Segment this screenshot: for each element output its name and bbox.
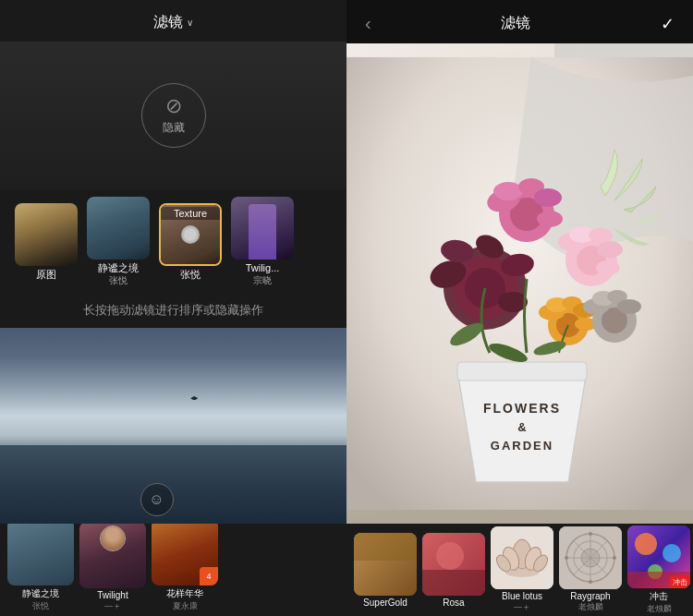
- chevron-down-icon[interactable]: ∨: [187, 18, 193, 28]
- svg-point-25: [597, 241, 623, 258]
- filter-author-twilight: 宗晓: [253, 274, 272, 287]
- bottom-thumb-hualian-label: 花样年华: [166, 587, 203, 600]
- svg-text:GARDEN: GARDEN: [491, 439, 553, 453]
- bottom-thumb-hualian[interactable]: 4 花样年华 夏永康: [152, 524, 218, 612]
- bottom-thumb-hualian-sub: 夏永康: [173, 600, 198, 612]
- rt-label-raygraph: Raygraph: [570, 591, 610, 601]
- confirm-check-icon[interactable]: ✓: [661, 14, 675, 34]
- filter-row: 原图 静谧之境 张悦 Texture 张悦: [0, 189, 346, 295]
- right-panel: ‹ 滤镜 ✓: [346, 0, 693, 616]
- corner-badge: 4: [200, 567, 218, 586]
- rt-label-bluelotus: Blue lotus: [502, 591, 542, 601]
- filter-name-jingmi: 静谧之境: [98, 262, 139, 274]
- texture-dot: [181, 225, 200, 244]
- filter-thumb-texture: Texture: [159, 203, 222, 266]
- original-bg: [15, 203, 78, 266]
- left-panel: 滤镜 ∨ ⊘ 隐藏 原图 静谧之境 张悦: [0, 0, 346, 616]
- rt-sub-bluelotus: —＋: [514, 601, 530, 613]
- svg-point-39: [617, 299, 641, 314]
- rt-item-purple[interactable]: 冲击 冲击 老烛麟: [627, 525, 690, 615]
- rt-item-rosa[interactable]: Rosa: [422, 533, 485, 608]
- rt-thumb-bluelotus: [491, 526, 553, 589]
- bottom-thumb-jingmi-img: [7, 524, 74, 586]
- filter-item-twilight[interactable]: Twilig... 宗晓: [231, 197, 294, 287]
- bottom-thumbs-right: SuperGold Rosa: [346, 524, 693, 616]
- svg-point-63: [589, 532, 592, 536]
- red-badge: 冲击: [670, 576, 690, 588]
- filter-thumb-original: [15, 203, 78, 266]
- preview-image: [0, 328, 346, 524]
- rt-thumb-purple: 冲击: [627, 525, 690, 588]
- filter-thumb-twilight: [231, 197, 294, 260]
- svg-point-69: [663, 544, 681, 562]
- bottom-thumb-hualian-img: 4: [152, 524, 218, 586]
- svg-point-66: [565, 556, 568, 560]
- right-panel-title: 滤镜: [501, 14, 530, 33]
- left-panel-title: 滤镜: [153, 13, 183, 32]
- left-header: 滤镜 ∨: [0, 0, 346, 42]
- svg-point-65: [589, 580, 592, 584]
- rt-item-bluelotus[interactable]: Blue lotus —＋: [491, 526, 553, 613]
- svg-point-64: [613, 556, 616, 560]
- svg-text:FLOWERS: FLOWERS: [483, 401, 561, 416]
- rt-sub-purple: 老烛麟: [647, 603, 672, 615]
- svg-rect-47: [422, 570, 485, 596]
- corner-badge-text: 4: [206, 572, 211, 581]
- rt-label-supergold: SuperGold: [363, 598, 407, 608]
- svg-point-46: [436, 542, 464, 570]
- flower-image: FLOWERS & GARDEN: [346, 43, 693, 524]
- svg-point-68: [635, 533, 657, 555]
- filter-item-texture[interactable]: Texture 张悦: [159, 203, 222, 281]
- svg-point-26: [596, 260, 620, 275]
- twilight-bg: [231, 197, 294, 260]
- filter-thumb-jingmi: [87, 197, 150, 260]
- back-chevron-icon[interactable]: ‹: [365, 13, 371, 34]
- svg-point-54: [505, 568, 539, 577]
- hide-circle[interactable]: ⊘ 隐藏: [141, 83, 206, 148]
- avatar-face: [101, 526, 125, 550]
- rt-item-supergold[interactable]: SuperGold: [354, 533, 417, 608]
- svg-text:&: &: [517, 420, 526, 434]
- bottom-thumb-twilight-label: Twilight: [97, 590, 128, 600]
- svg-point-18: [534, 188, 562, 207]
- texture-selected-label: Texture: [161, 207, 220, 220]
- flower-bg: FLOWERS & GARDEN: [346, 43, 693, 524]
- bottom-thumb-jingmi-sub: 张悦: [32, 600, 49, 612]
- rt-thumb-raygraph: [559, 526, 622, 589]
- flower-svg-container: FLOWERS & GARDEN: [346, 43, 693, 524]
- flower-svg: FLOWERS & GARDEN: [346, 43, 693, 524]
- rt-sub-raygraph: 老烛麟: [578, 601, 603, 613]
- eye-slash-icon: ⊘: [165, 96, 182, 116]
- preview-area: [0, 328, 346, 524]
- sea-overlay: [0, 445, 346, 524]
- rt-label-purple: 冲击: [650, 590, 668, 603]
- filter-name-texture: 张悦: [180, 269, 201, 281]
- svg-point-16: [493, 182, 523, 200]
- right-header: ‹ 滤镜 ✓: [346, 0, 693, 43]
- filter-item-original[interactable]: 原图: [15, 203, 78, 281]
- rt-item-raygraph[interactable]: Raygraph 老烛麟: [559, 526, 622, 613]
- filter-item-jingmi[interactable]: 静谧之境 张悦: [87, 197, 150, 287]
- bottom-thumbs-left: 静谧之境 张悦 Twilight —＋ 4 花样年华 夏永康: [0, 524, 346, 616]
- hidden-area: ⊘ 隐藏: [0, 42, 346, 189]
- filter-name-twilight: Twilig...: [246, 262, 280, 274]
- bottom-thumb-twilight-plus: —＋: [104, 600, 121, 612]
- rt-thumb-rosa: [422, 533, 485, 596]
- hint-text: 长按拖动滤镜进行排序或隐藏操作: [0, 295, 346, 328]
- twilight-figure: [249, 204, 276, 260]
- bottom-thumb-twilight-img: [79, 524, 146, 588]
- bird-icon: [190, 396, 198, 400]
- rt-label-rosa: Rosa: [443, 598, 464, 608]
- bottom-thumb-jingmi-label: 静谧之境: [22, 587, 59, 600]
- filter-name-original: 原图: [36, 269, 56, 281]
- bottom-center-settings-icon[interactable]: ☺: [140, 483, 174, 516]
- svg-rect-44: [354, 533, 417, 561]
- avatar: [100, 525, 126, 551]
- svg-point-19: [537, 211, 563, 227]
- bottom-thumb-twilight[interactable]: Twilight —＋: [79, 524, 146, 612]
- bottom-thumb-jingmi[interactable]: 静谧之境 张悦: [7, 524, 74, 612]
- svg-rect-1: [457, 362, 587, 380]
- jingmi-bg: [87, 197, 150, 260]
- filter-author-jingmi: 张悦: [109, 274, 128, 287]
- rt-thumb-supergold: [354, 533, 417, 596]
